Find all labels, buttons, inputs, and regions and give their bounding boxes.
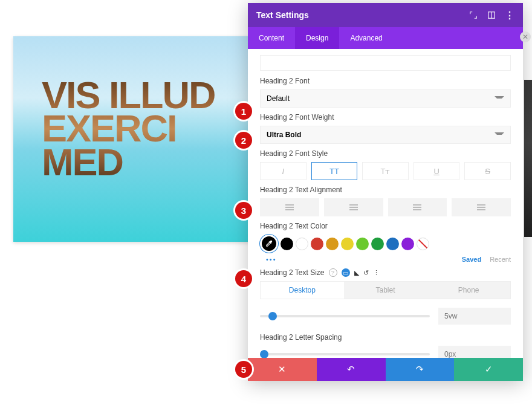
italic-button[interactable]: I: [260, 162, 307, 180]
background-strip: [524, 80, 532, 237]
h2-font-value: Default: [267, 94, 290, 103]
redo-button[interactable]: ↷: [386, 358, 455, 381]
callout-5: 5: [235, 361, 252, 378]
align-justify-icon: [477, 207, 485, 208]
swatch-lime[interactable]: [356, 238, 369, 250]
callout-1: 1: [235, 103, 252, 120]
color-swatches: [260, 235, 511, 253]
size-tablet-tab[interactable]: Tablet: [344, 282, 427, 299]
check-icon: ✓: [485, 364, 493, 375]
italic-icon: I: [282, 167, 284, 176]
panel-title: Text Settings: [256, 10, 309, 20]
size-phone-tab[interactable]: Phone: [427, 282, 510, 299]
align-justify-button[interactable]: [452, 198, 511, 216]
tab-content[interactable]: Content: [248, 27, 295, 49]
h2-weight-label: Heading 2 Font Weight: [260, 113, 511, 122]
smallcaps-button[interactable]: Tᴛ: [362, 162, 409, 180]
save-button[interactable]: ✓: [454, 358, 523, 381]
align-center-button[interactable]: [324, 198, 383, 216]
h2-font-label: Heading 2 Font: [260, 77, 511, 85]
color-tabs: ••• Saved Recent: [266, 256, 511, 263]
close-icon: ✕: [278, 364, 286, 375]
font-style-row: I TT Tᴛ U S: [260, 162, 511, 180]
h2-align-label: Heading 2 Text Alignment: [260, 186, 511, 194]
uppercase-button[interactable]: TT: [311, 162, 358, 180]
options-icon[interactable]: ⋮: [373, 269, 380, 277]
strikethrough-button[interactable]: S: [464, 162, 511, 180]
underline-button[interactable]: U: [414, 162, 460, 180]
spacing-slider[interactable]: [260, 353, 430, 355]
h2-color-label: Heading 2 Text Color: [260, 222, 511, 230]
swatch-orange[interactable]: [326, 238, 339, 250]
align-left-button[interactable]: [260, 198, 319, 216]
help-icon[interactable]: ?: [329, 268, 337, 277]
tab-advanced[interactable]: Advanced: [339, 27, 393, 49]
eyedropper-icon: [265, 239, 273, 248]
swatch-purple[interactable]: [401, 238, 414, 250]
size-desktop-tab[interactable]: Desktop: [261, 282, 344, 299]
panel-footer: ✕ ↶ ↷ ✓: [248, 358, 523, 381]
swatch-green[interactable]: [371, 238, 384, 250]
smallcaps-icon: Tᴛ: [381, 167, 391, 176]
expand-icon[interactable]: [469, 10, 478, 20]
swatch-red[interactable]: [311, 238, 323, 250]
strike-icon: S: [485, 167, 490, 176]
callout-3: 3: [235, 202, 252, 219]
size-slider-row: 5vw: [260, 308, 511, 325]
h2-weight-value: Ultra Bold: [267, 131, 301, 139]
align-right-icon: [413, 207, 421, 208]
close-overlay-button[interactable]: ✕: [520, 31, 531, 42]
size-device-tabs: Desktop Tablet Phone: [260, 281, 511, 299]
undo-icon: ↶: [347, 364, 355, 375]
underline-icon: U: [433, 167, 439, 176]
size-slider-thumb[interactable]: [268, 312, 277, 320]
text-settings-panel: Text Settings ⋮ Content Design Advanced …: [248, 3, 523, 381]
align-left-icon: [285, 207, 294, 208]
responsive-icon[interactable]: ▭: [342, 268, 350, 277]
reset-icon[interactable]: ↺: [363, 269, 369, 277]
h2-size-label: Heading 2 Text Size: [260, 268, 325, 277]
h2-weight-select[interactable]: Ultra Bold: [260, 126, 511, 144]
spacing-slider-thumb[interactable]: [260, 350, 268, 358]
color-picker-button[interactable]: [260, 235, 278, 253]
callout-2: 2: [235, 132, 252, 149]
h2-spacing-label: Heading 2 Letter Spacing: [260, 333, 511, 342]
recent-colors-tab[interactable]: Recent: [490, 256, 511, 263]
more-icon[interactable]: ⋮: [505, 10, 514, 20]
text-align-row: [260, 198, 511, 216]
panel-body: Heading 2 Font Default Heading 2 Font We…: [248, 49, 523, 358]
panel-header: Text Settings ⋮: [248, 3, 523, 27]
panel-tabs: Content Design Advanced: [248, 27, 523, 49]
size-slider[interactable]: [260, 315, 430, 317]
h2-size-label-row: Heading 2 Text Size ? ▭ ◣ ↺ ⋮: [260, 268, 511, 277]
hover-icon[interactable]: ◣: [354, 269, 359, 277]
spacing-value-input[interactable]: 0px: [438, 346, 511, 358]
discard-button[interactable]: ✕: [248, 358, 317, 381]
swatch-white[interactable]: [296, 238, 308, 250]
callout-4: 4: [235, 270, 252, 287]
more-colors-button[interactable]: •••: [266, 256, 277, 263]
undo-button[interactable]: ↶: [317, 358, 386, 381]
hero-heading: VIS ILLUD EXERCI MED: [42, 79, 215, 179]
collapsed-section[interactable]: [260, 55, 511, 71]
tab-design[interactable]: Design: [295, 27, 339, 49]
saved-colors-tab[interactable]: Saved: [462, 256, 481, 263]
swatch-black[interactable]: [281, 238, 293, 250]
swatch-yellow[interactable]: [341, 238, 354, 250]
redo-icon: ↷: [416, 364, 424, 375]
spacing-slider-row: 0px: [260, 346, 511, 358]
align-right-button[interactable]: [388, 198, 447, 216]
columns-icon[interactable]: [487, 10, 496, 20]
swatch-blue[interactable]: [386, 238, 399, 250]
uppercase-icon: TT: [329, 167, 339, 176]
size-value-input[interactable]: 5vw: [438, 308, 511, 325]
align-center-icon: [349, 207, 358, 208]
h2-font-select[interactable]: Default: [260, 89, 511, 108]
h2-style-label: Heading 2 Font Style: [260, 149, 511, 158]
hero-line-3: MED: [42, 141, 123, 183]
swatch-none[interactable]: [417, 238, 429, 250]
